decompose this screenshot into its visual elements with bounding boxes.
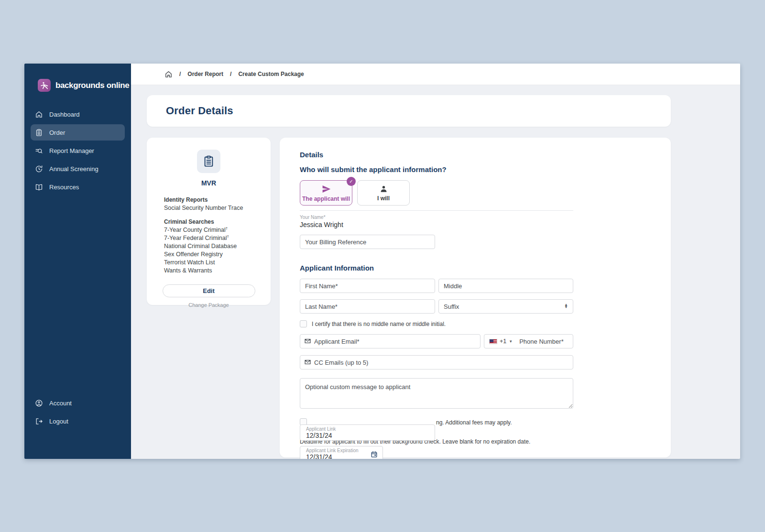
applicant-link-field[interactable]: Applicant Link 12/31/24	[300, 424, 435, 441]
package-item: Social Security Number Trace	[164, 204, 271, 212]
package-summary-card: MVR Identity Reports Social Security Num…	[147, 138, 271, 305]
applicant-link-value[interactable]: 12/31/24	[306, 432, 435, 439]
sidebar-item-label: Annual Screening	[49, 165, 98, 173]
no-middle-name-label: I certify that there is no middle name o…	[312, 321, 446, 327]
sidebar-item-label: Report Manager	[49, 147, 94, 154]
breadcrumb: / Order Report / Create Custom Package	[131, 64, 740, 85]
report-search-icon	[35, 147, 43, 155]
link-expiration-zone: ng. Additional fees may apply. Applicant…	[300, 418, 573, 459]
breadcrumb-separator: /	[230, 71, 231, 77]
book-icon	[35, 183, 43, 191]
sidebar-item-dashboard[interactable]: Dashboard	[31, 106, 125, 122]
applicant-link-label: Applicant Link	[306, 426, 435, 432]
person-icon	[379, 185, 388, 194]
us-flag-icon	[489, 339, 497, 344]
no-middle-name-checkbox[interactable]	[300, 320, 307, 327]
sidebar-item-order[interactable]: Order	[31, 124, 125, 141]
brand-logo-icon	[38, 79, 51, 92]
dial-code[interactable]: +1	[500, 338, 506, 345]
account-icon	[35, 399, 43, 407]
breadcrumb-create-custom-package: Create Custom Package	[238, 71, 304, 77]
page-title: Order Details	[166, 105, 233, 117]
package-name: MVR	[147, 179, 271, 187]
sidebar-nav: Dashboard Order Report Manager Annual Sc…	[24, 106, 131, 195]
send-icon	[321, 184, 331, 194]
custom-message-textarea[interactable]	[300, 378, 573, 409]
package-item: National Criminal Database	[164, 242, 271, 250]
sidebar-item-label: Dashboard	[49, 111, 80, 118]
brand-name: backgrounds online	[55, 81, 129, 90]
home-breadcrumb-icon[interactable]	[164, 70, 173, 78]
package-section-heading: Criminal Searches	[164, 218, 271, 225]
option-i-will[interactable]: I will	[357, 180, 410, 206]
option-label: I will	[377, 195, 390, 202]
package-item: Sex Offender Registry	[164, 250, 271, 259]
sidebar-footer: Account Logout	[24, 395, 131, 459]
breadcrumb-order-report[interactable]: Order Report	[187, 71, 223, 77]
billing-reference-input[interactable]	[300, 235, 435, 249]
change-package-link[interactable]: Change Package	[147, 302, 271, 308]
section-divider	[300, 210, 573, 211]
cc-emails-input[interactable]	[300, 355, 573, 369]
clipboard-icon	[35, 129, 43, 137]
envelope-icon	[305, 359, 311, 365]
phone-field[interactable]: +1 ▼ Phone Number*	[484, 334, 573, 348]
sidebar-item-logout[interactable]: Logout	[31, 413, 125, 429]
select-arrows-icon: ▲▼	[564, 304, 568, 309]
your-name-value[interactable]: Jessica Wright	[300, 221, 573, 228]
package-item: 7-Year Federal Criminal†	[164, 234, 271, 242]
middle-name-input[interactable]	[438, 279, 573, 293]
edit-package-button[interactable]: Edit	[163, 284, 255, 297]
option-label: The applicant will	[302, 195, 350, 202]
page-content: Order Details MVR Identity Reports Socia…	[131, 85, 740, 459]
suffix-placeholder: Suffix	[444, 303, 459, 310]
submit-question: Who will submit the applicant informatio…	[300, 165, 573, 174]
cc-emails-field	[300, 355, 573, 369]
breadcrumb-separator: /	[179, 71, 181, 77]
calendar-icon[interactable]	[371, 451, 378, 458]
your-name-label: Your Name*	[300, 215, 573, 220]
brand-logo[interactable]: backgrounds online	[24, 64, 131, 92]
sidebar-item-label: Order	[49, 129, 65, 136]
sidebar-item-resources[interactable]: Resources	[31, 179, 125, 195]
package-item: Terrorist Watch List	[164, 259, 271, 267]
sidebar-item-report-manager[interactable]: Report Manager	[31, 142, 125, 159]
option-applicant-will[interactable]: ✓ The applicant will	[300, 180, 352, 206]
your-name-field: Your Name* Jessica Wright	[300, 215, 573, 228]
applicant-email-field	[300, 334, 481, 348]
sidebar-item-label: Logout	[49, 418, 68, 425]
submitter-options: ✓ The applicant will I will	[300, 180, 573, 206]
chevron-down-icon: ▼	[509, 339, 513, 344]
history-clock-icon	[35, 165, 43, 173]
suffix-select[interactable]: Suffix ▲▼	[438, 299, 573, 314]
applicant-link-expiration-field[interactable]: Applicant Link Expiration 12/31/24	[300, 446, 383, 459]
app-window: backgrounds online Dashboard Order Repor…	[24, 64, 740, 459]
main-area: / Order Report / Create Custom Package O…	[131, 64, 740, 459]
clipboard-icon	[202, 155, 215, 168]
applicant-information-heading: Applicant Information	[300, 264, 573, 272]
sidebar-item-account[interactable]: Account	[31, 395, 125, 411]
applicant-email-input[interactable]	[300, 334, 481, 348]
home-icon	[35, 110, 43, 119]
order-details-card: Details Who will submit the applicant in…	[280, 138, 671, 457]
package-contents: Identity Reports Social Security Number …	[164, 196, 271, 275]
page-title-card: Order Details	[147, 95, 671, 127]
package-icon-box	[197, 150, 220, 173]
first-name-input[interactable]	[300, 279, 435, 293]
last-name-input[interactable]	[300, 299, 435, 314]
logout-icon	[35, 417, 43, 425]
phone-placeholder: Phone Number*	[519, 338, 564, 345]
package-item: 7-Year County Criminal†	[164, 226, 271, 234]
sidebar-item-label: Resources	[49, 184, 79, 191]
additional-fees-label-fragment: ng. Additional fees may apply.	[436, 419, 512, 426]
sidebar-item-label: Account	[49, 400, 72, 407]
selected-check-badge: ✓	[347, 177, 356, 186]
details-heading: Details	[300, 151, 573, 159]
sidebar: backgrounds online Dashboard Order Repor…	[24, 64, 131, 459]
package-section-heading: Identity Reports	[164, 196, 271, 203]
envelope-icon	[305, 338, 311, 344]
sidebar-item-annual-screening[interactable]: Annual Screening	[31, 161, 125, 177]
package-item: Wants & Warrants	[164, 267, 271, 275]
